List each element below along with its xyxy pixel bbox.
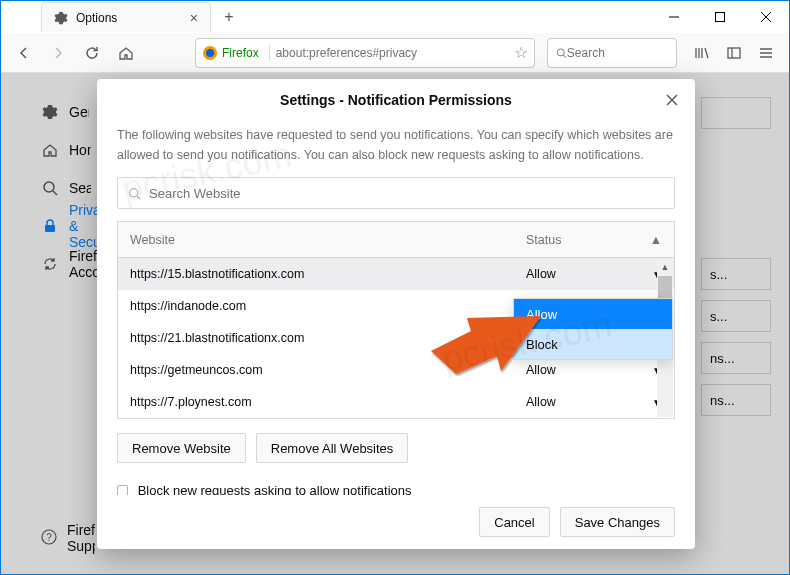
home-button[interactable] [111, 38, 141, 68]
browser-tab[interactable]: Options × [41, 2, 211, 32]
remove-all-websites-button[interactable]: Remove All Websites [256, 433, 409, 463]
url-scheme-label: Firefox [222, 46, 259, 60]
window-close-button[interactable] [743, 1, 789, 33]
svg-rect-1 [716, 13, 725, 22]
gear-icon [54, 11, 68, 25]
cell-website: https://7.ploynest.com [118, 395, 514, 409]
svg-rect-8 [728, 48, 740, 58]
table-header: Website Status ▲ [118, 222, 674, 258]
search-website-input[interactable] [149, 186, 664, 201]
sidebar-icon[interactable] [719, 38, 749, 68]
library-icon[interactable] [687, 38, 717, 68]
search-input[interactable] [567, 46, 668, 60]
minimize-button[interactable] [651, 1, 697, 33]
search-website-field[interactable] [117, 177, 675, 209]
notification-permissions-dialog: Settings - Notification Permissions The … [97, 79, 695, 549]
block-new-label: Block new requests asking to allow notif… [138, 483, 675, 495]
cell-status-dropdown[interactable]: Allow▼ [514, 363, 674, 377]
permissions-table: Website Status ▲ https://15.blastnotific… [117, 221, 675, 419]
dialog-footer: Cancel Save Changes [97, 495, 695, 549]
cell-status-dropdown[interactable]: Allow▼ Allow Block [514, 267, 674, 281]
separator [269, 45, 270, 61]
new-tab-button[interactable]: + [215, 3, 243, 31]
dialog-header: Settings - Notification Permissions [97, 79, 695, 121]
menu-icon[interactable] [751, 38, 781, 68]
window-controls [651, 1, 789, 33]
dialog-close-button[interactable] [663, 91, 681, 109]
remove-website-button[interactable]: Remove Website [117, 433, 246, 463]
tab-title: Options [76, 11, 117, 25]
svg-point-5 [206, 49, 214, 57]
cell-website: https://getmeuncos.com [118, 363, 514, 377]
column-website[interactable]: Website [118, 233, 514, 247]
cell-website: https://15.blastnotificationx.com [118, 267, 514, 281]
window-titlebar: Options × + [1, 1, 789, 33]
dropdown-option-allow[interactable]: Allow [514, 299, 672, 329]
cell-website: https://21.blastnotificationx.com [118, 331, 514, 345]
cell-website: https://indanode.com [118, 299, 514, 313]
dialog-title: Settings - Notification Permissions [280, 92, 512, 108]
browser-toolbar: Firefox about:preferences#privacy ☆ [1, 33, 789, 73]
svg-point-6 [557, 48, 564, 55]
caret-up-icon: ▲ [650, 233, 662, 247]
svg-point-20 [130, 188, 138, 196]
maximize-button[interactable] [697, 1, 743, 33]
forward-button[interactable] [43, 38, 73, 68]
cell-status-dropdown[interactable]: Allow▼ [514, 395, 674, 409]
save-changes-button[interactable]: Save Changes [560, 507, 675, 537]
table-body: https://15.blastnotificationx.com Allow▼… [118, 258, 674, 418]
cancel-button[interactable]: Cancel [479, 507, 549, 537]
firefox-icon [202, 45, 218, 61]
search-icon [128, 187, 141, 200]
svg-line-7 [563, 55, 566, 58]
table-row[interactable]: https://15.blastnotificationx.com Allow▼… [118, 258, 674, 290]
dialog-description: The following websites have requested to… [117, 125, 675, 165]
search-bar[interactable] [547, 38, 677, 68]
column-status[interactable]: Status ▲ [514, 233, 674, 247]
status-dropdown-menu: Allow Block [513, 298, 673, 360]
dropdown-option-block[interactable]: Block [514, 329, 672, 359]
back-button[interactable] [9, 38, 39, 68]
search-icon [556, 47, 567, 59]
url-text: about:preferences#privacy [276, 46, 514, 60]
url-bar[interactable]: Firefox about:preferences#privacy ☆ [195, 38, 535, 68]
svg-line-21 [137, 195, 140, 198]
reload-button[interactable] [77, 38, 107, 68]
tab-close-icon[interactable]: × [190, 10, 198, 26]
bookmark-star-icon[interactable]: ☆ [514, 43, 528, 62]
scroll-up-icon[interactable]: ▲ [657, 259, 673, 275]
table-row[interactable]: https://7.ploynest.com Allow▼ [118, 386, 674, 418]
block-new-checkbox[interactable] [117, 485, 128, 495]
